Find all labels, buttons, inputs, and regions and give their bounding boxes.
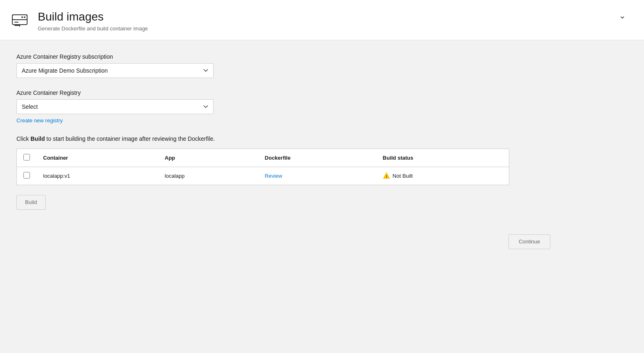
server-icon	[11, 11, 29, 29]
instructions-prefix: Click	[16, 135, 30, 142]
row-build-status: ! Not Built	[376, 167, 509, 185]
header-build-status: Build status	[376, 149, 509, 167]
footer-row: Continue	[16, 234, 550, 257]
subscription-select[interactable]: Azure Migrate Demo Subscription	[16, 63, 214, 78]
header-checkbox-cell	[17, 149, 37, 167]
main-content: Azure Container Registry subscription Az…	[0, 40, 644, 353]
collapse-button[interactable]: ⌄	[617, 10, 628, 21]
page-title: Build images	[38, 10, 617, 24]
header-icon	[10, 10, 30, 30]
registry-select[interactable]: Select	[16, 99, 214, 114]
containers-table: Container App Dockerfile Build status lo…	[16, 149, 509, 185]
review-link[interactable]: Review	[265, 173, 283, 179]
warning-icon: !	[383, 172, 390, 179]
subscription-section: Azure Container Registry subscription Az…	[16, 53, 550, 78]
svg-point-2	[24, 16, 25, 18]
svg-point-3	[21, 16, 23, 18]
row-checkbox-cell	[17, 167, 37, 185]
subscription-label: Azure Container Registry subscription	[16, 53, 550, 60]
button-row: Build	[16, 195, 550, 210]
table-row: localapp:v1 localapp Review ! Not	[17, 167, 509, 185]
instructions-suffix: to start building the container image af…	[45, 135, 215, 142]
row-dockerfile: Review	[258, 167, 376, 185]
build-button[interactable]: Build	[16, 195, 46, 210]
registry-section: Azure Container Registry Select Create n…	[16, 89, 550, 124]
content-card: Azure Container Registry subscription Az…	[16, 53, 550, 257]
build-status-cell: ! Not Built	[383, 172, 502, 179]
row-app: localapp	[158, 167, 258, 185]
page-container: Build images Generate Dockerfile and bui…	[0, 0, 644, 353]
header: Build images Generate Dockerfile and bui…	[0, 0, 644, 40]
instructions-bold: Build	[30, 135, 45, 142]
table-header-row: Container App Dockerfile Build status	[17, 149, 509, 167]
svg-text:!: !	[386, 174, 387, 179]
instructions-text: Click Build to start building the contai…	[16, 135, 550, 142]
page-subtitle: Generate Dockerfile and build container …	[38, 25, 617, 32]
header-text: Build images Generate Dockerfile and bui…	[38, 10, 617, 32]
build-status-text: Not Built	[393, 173, 413, 179]
header-container: Container	[37, 149, 158, 167]
header-dockerfile: Dockerfile	[258, 149, 376, 167]
continue-button[interactable]: Continue	[508, 234, 550, 249]
header-app: App	[158, 149, 258, 167]
row-checkbox[interactable]	[23, 172, 30, 179]
registry-label: Azure Container Registry	[16, 89, 550, 96]
select-all-checkbox[interactable]	[23, 154, 30, 160]
row-container: localapp:v1	[37, 167, 158, 185]
create-registry-link[interactable]: Create new registry	[16, 117, 63, 124]
